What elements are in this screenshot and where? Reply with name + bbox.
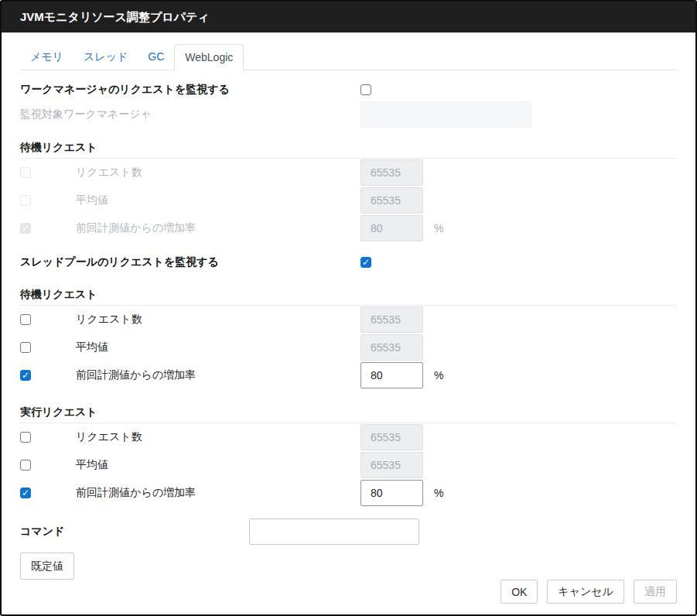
wm-wait-average-row: 平均値 (20, 187, 677, 214)
tp-exec-increase-rate-checkbox[interactable] (20, 488, 31, 498)
tp-exec-increase-rate-input[interactable] (360, 480, 423, 506)
wm-wait-request-count-label: リクエスト数 (76, 166, 360, 180)
tp-wait-average-row: 平均値 (20, 334, 677, 361)
tp-exec-increase-rate-row: 前回計測値からの増加率 % (20, 479, 677, 507)
tp-wait-increase-rate-checkbox[interactable] (20, 370, 31, 381)
cancel-button[interactable]: キャンセル (547, 580, 624, 604)
tab-thread[interactable]: スレッド (73, 44, 138, 70)
tp-exec-request-count-label: リクエスト数 (76, 430, 360, 444)
tp-exec-section-heading: 実行リクエスト (20, 406, 677, 419)
tp-wait-increase-rate-input[interactable] (360, 362, 423, 388)
command-label: コマンド (20, 525, 249, 539)
tp-wait-request-count-row: リクエスト数 (20, 306, 677, 334)
tp-wait-section-heading: 待機リクエスト (20, 288, 677, 302)
tp-wait-average-checkbox[interactable] (20, 342, 31, 353)
threadpool-monitor-checkbox[interactable] (360, 257, 371, 268)
tp-exec-increase-rate-label: 前回計測値からの増加率 (76, 486, 360, 500)
tp-wait-average-label: 平均値 (76, 341, 360, 354)
command-input[interactable] (249, 518, 419, 545)
threadpool-monitor-row: スレッドプールのリクエストを監視する (20, 253, 677, 272)
tp-wait-increase-rate-label: 前回計測値からの増加率 (76, 368, 360, 382)
dialog-title: JVMモニタリソース調整プロパティ (2, 2, 695, 33)
tp-exec-average-row: 平均値 (20, 451, 677, 479)
tp-exec-average-label: 平均値 (76, 458, 360, 472)
tp-exec-request-count-input (360, 424, 423, 450)
tab-weblogic[interactable]: WebLogic (174, 44, 244, 70)
tp-wait-request-count-label: リクエスト数 (76, 313, 360, 327)
tp-exec-average-checkbox[interactable] (20, 460, 31, 471)
workmanager-target-input (360, 101, 531, 128)
tab-bar: メモリ スレッド GC WebLogic (20, 44, 677, 70)
ok-button[interactable]: OK (501, 580, 538, 604)
workmanager-monitor-checkbox[interactable] (360, 84, 371, 95)
wm-wait-section-heading: 待機リクエスト (20, 141, 677, 155)
percent-label: % (434, 369, 443, 382)
threadpool-monitor-label: スレッドプールのリクエストを監視する (20, 255, 360, 269)
wm-wait-increase-rate-label: 前回計測値からの増加率 (76, 221, 360, 235)
percent-label: % (434, 222, 443, 234)
wm-wait-increase-rate-checkbox (20, 223, 31, 234)
wm-wait-request-count-row: リクエスト数 (20, 159, 677, 187)
tp-exec-request-count-checkbox[interactable] (20, 432, 31, 443)
workmanager-monitor-row: ワークマネージャのリクエストを監視する (20, 80, 677, 99)
tp-wait-increase-rate-row: 前回計測値からの増加率 % (20, 361, 677, 389)
wm-wait-request-count-checkbox (20, 167, 31, 178)
tab-memory[interactable]: メモリ (20, 44, 73, 70)
wm-wait-increase-rate-input (360, 215, 423, 241)
tp-wait-request-count-checkbox[interactable] (20, 314, 31, 325)
footer-button-bar: OK キャンセル 適用 (501, 580, 677, 604)
wm-wait-request-count-input (360, 159, 423, 186)
wm-wait-average-checkbox (20, 195, 31, 206)
workmanager-target-row: 監視対象ワークマネージャ (20, 101, 677, 128)
wm-wait-increase-rate-row: 前回計測値からの増加率 % (20, 214, 677, 242)
apply-button: 適用 (634, 580, 677, 604)
tp-exec-request-count-row: リクエスト数 (20, 423, 677, 451)
jvm-monitor-properties-dialog: JVMモニタリソース調整プロパティ メモリ スレッド GC WebLogic ワ… (0, 0, 697, 616)
wm-wait-average-input (360, 187, 423, 214)
default-button[interactable]: 既定値 (20, 553, 74, 580)
command-row: コマンド (20, 518, 677, 546)
tp-wait-average-input (360, 334, 423, 361)
tp-exec-average-input (360, 452, 423, 478)
workmanager-target-label: 監視対象ワークマネージャ (20, 108, 360, 121)
tp-wait-request-count-input (360, 306, 423, 333)
tab-gc[interactable]: GC (138, 44, 174, 70)
wm-wait-average-label: 平均値 (76, 193, 360, 207)
percent-label: % (434, 487, 443, 499)
workmanager-monitor-label: ワークマネージャのリクエストを監視する (20, 83, 360, 97)
